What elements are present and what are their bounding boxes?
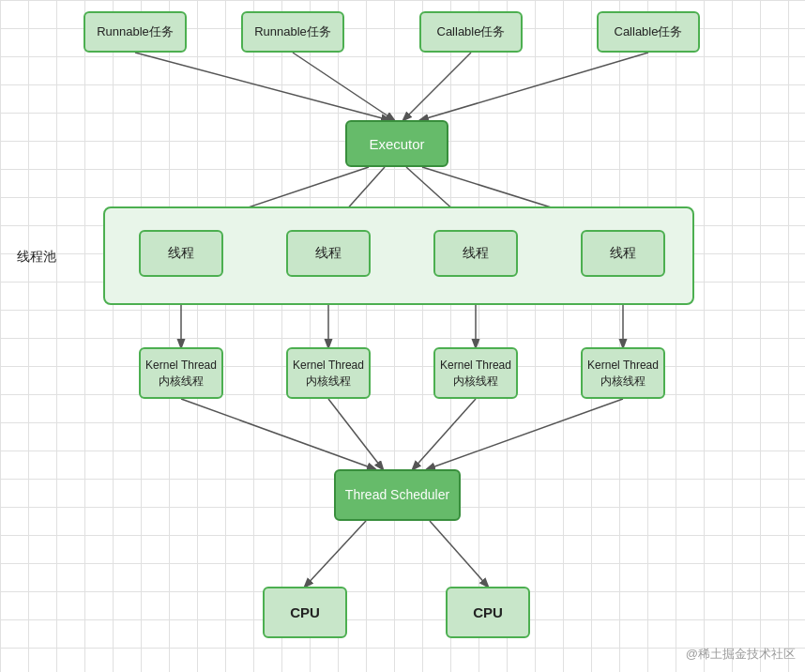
svg-line-14 bbox=[413, 399, 476, 469]
svg-line-17 bbox=[430, 521, 488, 587]
kernel2-node: Kernel Thread 内核线程 bbox=[286, 347, 371, 399]
svg-line-2 bbox=[403, 53, 471, 120]
svg-line-3 bbox=[420, 53, 648, 120]
runnable1-node: Runnable任务 bbox=[84, 11, 187, 53]
svg-line-1 bbox=[293, 53, 394, 120]
arrows-svg bbox=[0, 0, 805, 672]
kernel3-node: Kernel Thread 内核线程 bbox=[433, 347, 518, 399]
callable1-node: Callable任务 bbox=[419, 11, 523, 53]
diagram-container: 线程池 Runnable任务 Runnable任务 Callable任务 Cal… bbox=[0, 0, 805, 672]
thread4-node: 线程 bbox=[581, 230, 665, 277]
cpu1-node: CPU bbox=[263, 587, 347, 638]
cpu2-node: CPU bbox=[446, 587, 530, 638]
callable2-node: Callable任务 bbox=[597, 11, 700, 53]
thread2-node: 线程 bbox=[286, 230, 371, 277]
thread-pool-label: 线程池 bbox=[17, 249, 56, 266]
watermark: @稀土掘金技术社区 bbox=[686, 646, 796, 663]
svg-line-13 bbox=[328, 399, 383, 469]
svg-line-16 bbox=[305, 521, 366, 587]
svg-line-0 bbox=[135, 53, 389, 120]
kernel4-node: Kernel Thread 内核线程 bbox=[581, 347, 665, 399]
svg-line-12 bbox=[181, 399, 375, 469]
kernel1-node: Kernel Thread 内核线程 bbox=[139, 347, 223, 399]
executor-node: Executor bbox=[345, 120, 448, 167]
svg-line-15 bbox=[427, 399, 623, 469]
thread3-node: 线程 bbox=[433, 230, 518, 277]
runnable2-node: Runnable任务 bbox=[241, 11, 344, 53]
thread1-node: 线程 bbox=[139, 230, 223, 277]
scheduler-node: Thread Scheduler bbox=[334, 469, 461, 521]
